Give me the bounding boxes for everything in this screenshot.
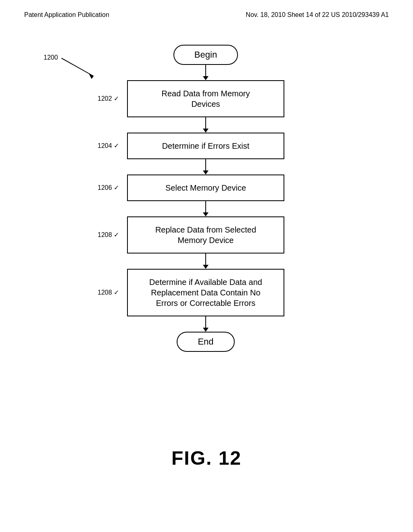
diagram-main-label: 1200 — [44, 54, 58, 61]
arrow-step4-to-step5 — [203, 254, 209, 269]
begin-capsule: Begin — [173, 45, 238, 65]
main-label-arrow — [61, 58, 98, 80]
header-publication-label: Patent Application Publication — [24, 11, 109, 19]
step-1204-box: 1204 Determine if Errors Exist — [127, 133, 284, 159]
step-1202-box: 1202 Read Data from MemoryDevices — [127, 80, 284, 117]
step-1206-box: 1206 Select Memory Device — [127, 175, 284, 201]
step-1208b-box: 1208 Determine if Available Data andRepl… — [127, 269, 284, 316]
svg-line-0 — [61, 58, 94, 76]
diagram-area: 1200 Begin 1202 Read Data from MemoryDev… — [0, 19, 413, 494]
arrow-step1-to-step2 — [203, 117, 209, 133]
step-1208b-text: Determine if Available Data andReplaceme… — [149, 278, 262, 308]
step-1204-text: Determine if Errors Exist — [162, 141, 250, 150]
step-1208a-text: Replace Data from SelectedMemory Device — [155, 225, 256, 245]
step-1206-text: Select Memory Device — [165, 183, 246, 192]
step-1204-label: 1204 — [98, 142, 119, 150]
end-label: End — [198, 337, 213, 347]
step-1206-label: 1206 — [98, 184, 119, 192]
arrow-step2-to-step3 — [203, 159, 209, 175]
step-1202-text: Read Data from MemoryDevices — [162, 89, 250, 108]
header-publication-info: Nov. 18, 2010 Sheet 14 of 22 US 2010/293… — [246, 11, 389, 19]
step-1202-label: 1202 — [98, 95, 119, 103]
svg-marker-1 — [89, 73, 94, 79]
arrow-step5-to-end — [203, 316, 209, 332]
end-capsule: End — [177, 332, 234, 352]
step-1208b-label: 1208 — [98, 289, 119, 297]
figure-caption: FIG. 12 — [171, 447, 242, 469]
step-1208a-label: 1208 — [98, 231, 119, 239]
arrow-begin-to-step1 — [203, 65, 209, 80]
begin-label: Begin — [194, 50, 217, 60]
arrow-step3-to-step4 — [203, 201, 209, 216]
step-1208a-box: 1208 Replace Data from SelectedMemory De… — [127, 216, 284, 254]
page-header: Patent Application Publication Nov. 18, … — [0, 0, 413, 19]
flowchart: Begin 1202 Read Data from MemoryDevices … — [109, 45, 302, 352]
